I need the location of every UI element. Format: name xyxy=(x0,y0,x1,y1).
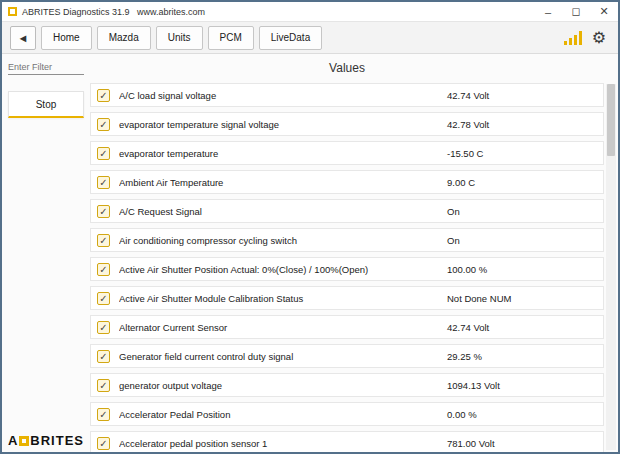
toolbar-right: ⚙ xyxy=(564,30,610,46)
app-window: ABRITES Diagnostics 31.9 www.abrites.com… xyxy=(0,0,620,454)
stop-button[interactable]: Stop xyxy=(8,91,84,118)
row-value: 0.00 % xyxy=(447,409,597,420)
tab-home[interactable]: Home xyxy=(41,26,92,50)
window-controls: – ◻ ✕ xyxy=(534,2,618,21)
titlebar: ABRITES Diagnostics 31.9 www.abrites.com… xyxy=(2,2,618,22)
row-checkbox[interactable]: ✓ xyxy=(97,379,110,392)
table-row: ✓Alternator Current Sensor42.74 Volt xyxy=(90,315,604,339)
row-value: 9.00 C xyxy=(447,177,597,188)
row-checkbox[interactable]: ✓ xyxy=(97,350,110,363)
tab-pcm[interactable]: PCM xyxy=(208,26,254,50)
row-checkbox[interactable]: ✓ xyxy=(97,89,110,102)
row-label: Active Air Shutter Position Actual: 0%(C… xyxy=(119,264,447,275)
logo-text-left: A xyxy=(8,433,18,448)
app-logo-icon xyxy=(8,7,17,16)
row-checkbox[interactable]: ✓ xyxy=(97,263,110,276)
row-checkbox[interactable]: ✓ xyxy=(97,321,110,334)
logo-square-icon xyxy=(19,436,29,446)
gear-icon[interactable]: ⚙ xyxy=(592,30,606,46)
table-row: ✓Active Air Shutter Position Actual: 0%(… xyxy=(90,257,604,281)
minimize-button[interactable]: – xyxy=(534,2,562,21)
row-checkbox[interactable]: ✓ xyxy=(97,408,110,421)
row-value: Not Done NUM xyxy=(447,293,597,304)
row-value: 781.00 Volt xyxy=(447,438,597,449)
row-value: On xyxy=(447,235,597,246)
table-row: ✓Accelerator pedal position sensor 1781.… xyxy=(90,431,604,452)
tab-bar: HomeMazdaUnitsPCMLiveData xyxy=(41,26,322,50)
sidebar: Stop A BRITES xyxy=(2,54,90,452)
row-checkbox[interactable]: ✓ xyxy=(97,205,110,218)
row-label: Ambient Air Temperature xyxy=(119,177,447,188)
row-checkbox[interactable]: ✓ xyxy=(97,437,110,450)
row-value: 42.78 Volt xyxy=(447,119,597,130)
row-label: Accelerator Pedal Position xyxy=(119,409,447,420)
content-area: Stop A BRITES Values ✓A/C load signal vo… xyxy=(2,54,618,452)
row-label: A/C load signal voltage xyxy=(119,90,447,101)
signal-strength-icon xyxy=(564,30,582,45)
row-checkbox[interactable]: ✓ xyxy=(97,234,110,247)
row-checkbox[interactable]: ✓ xyxy=(97,118,110,131)
table-row: ✓Ambient Air Temperature9.00 C xyxy=(90,170,604,194)
table-row: ✓A/C Request SignalOn xyxy=(90,199,604,223)
close-button[interactable]: ✕ xyxy=(590,2,618,21)
row-label: Air conditioning compressor cycling swit… xyxy=(119,235,447,246)
window-title: ABRITES Diagnostics 31.9 www.abrites.com xyxy=(22,7,205,17)
scrollbar[interactable] xyxy=(606,84,616,450)
row-value: 100.00 % xyxy=(447,264,597,275)
table-row: ✓evaporator temperature-15.50 C xyxy=(90,141,604,165)
row-checkbox[interactable]: ✓ xyxy=(97,292,110,305)
row-checkbox[interactable]: ✓ xyxy=(97,176,110,189)
tab-livedata[interactable]: LiveData xyxy=(259,26,322,50)
filter-input[interactable] xyxy=(8,60,84,75)
row-value: 42.74 Volt xyxy=(447,90,597,101)
table-row: ✓evaporator temperature signal voltage42… xyxy=(90,112,604,136)
back-button[interactable]: ◂ xyxy=(10,26,36,50)
row-label: evaporator temperature xyxy=(119,148,447,159)
row-label: evaporator temperature signal voltage xyxy=(119,119,447,130)
row-value: 29.25 % xyxy=(447,351,597,362)
row-value: 1094.13 Volt xyxy=(447,380,597,391)
row-value: On xyxy=(447,206,597,217)
logo-text-right: BRITES xyxy=(30,433,84,448)
table-row: ✓A/C load signal voltage42.74 Volt xyxy=(90,83,604,107)
abrites-logo: A BRITES xyxy=(8,433,84,448)
table-row: ✓Active Air Shutter Module Calibration S… xyxy=(90,286,604,310)
maximize-button[interactable]: ◻ xyxy=(562,2,590,21)
table-row: ✓generator output voltage1094.13 Volt xyxy=(90,373,604,397)
row-value: -15.50 C xyxy=(447,148,597,159)
tab-units[interactable]: Units xyxy=(156,26,203,50)
row-value: 42.74 Volt xyxy=(447,322,597,333)
table-row: ✓Accelerator Pedal Position0.00 % xyxy=(90,402,604,426)
values-list: ✓A/C load signal voltage42.74 Volt✓evapo… xyxy=(90,83,604,452)
row-label: Alternator Current Sensor xyxy=(119,322,447,333)
row-label: Accelerator pedal position sensor 1 xyxy=(119,438,447,449)
row-label: A/C Request Signal xyxy=(119,206,447,217)
scrollbar-thumb[interactable] xyxy=(607,84,615,156)
table-row: ✓Air conditioning compressor cycling swi… xyxy=(90,228,604,252)
table-row: ✓Generator field current control duty si… xyxy=(90,344,604,368)
toolbar: ◂ HomeMazdaUnitsPCMLiveData ⚙ xyxy=(2,22,618,54)
values-header: Values xyxy=(90,54,604,83)
values-panel: Values ✓A/C load signal voltage42.74 Vol… xyxy=(90,54,618,452)
tab-mazda[interactable]: Mazda xyxy=(97,26,151,50)
row-label: Generator field current control duty sig… xyxy=(119,351,447,362)
row-label: Active Air Shutter Module Calibration St… xyxy=(119,293,447,304)
row-label: generator output voltage xyxy=(119,380,447,391)
row-checkbox[interactable]: ✓ xyxy=(97,147,110,160)
